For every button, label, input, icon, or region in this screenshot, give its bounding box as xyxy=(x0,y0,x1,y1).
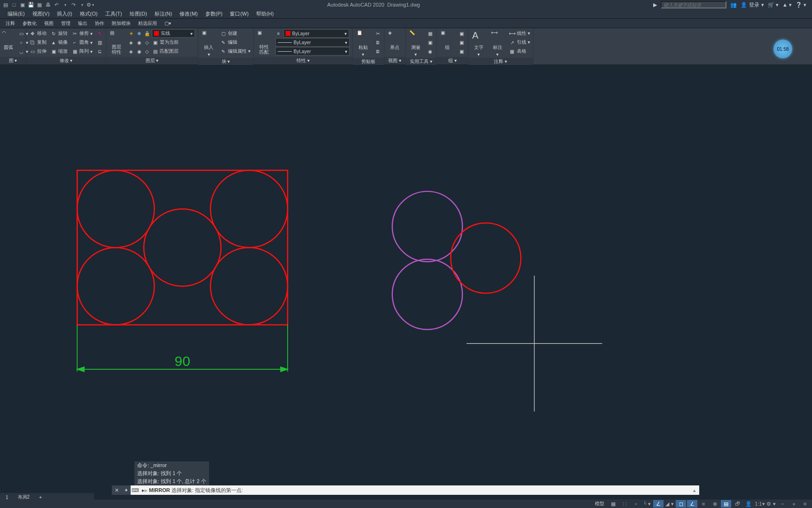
layer-match-button[interactable]: ◈◉◇ ▤匹配图层 xyxy=(127,47,196,56)
menu-insert[interactable]: 插入(I) xyxy=(53,9,76,18)
block-panel-title[interactable]: 块 ▾ xyxy=(198,58,253,65)
offset-button[interactable]: ⊆ xyxy=(95,47,104,56)
tab-view[interactable]: 视图 xyxy=(40,19,57,28)
status-ortho[interactable]: └ ▾ xyxy=(642,500,652,508)
menu-edit[interactable]: 编辑(E) xyxy=(4,9,29,18)
tab-featured[interactable]: 精选应用 xyxy=(134,19,161,28)
help-icon[interactable]: ❔ ▾ xyxy=(796,2,806,8)
insert-button[interactable]: ▣ 插入▾ xyxy=(200,29,217,58)
dim-button[interactable]: ⟷ 标注▾ xyxy=(489,29,506,58)
search-input[interactable] xyxy=(661,1,726,8)
menu-draw[interactable]: 绘图(D) xyxy=(126,9,151,18)
signin-icon[interactable]: 👥 xyxy=(730,2,737,8)
status-scale[interactable]: 1:1▾ xyxy=(755,500,765,508)
signin-button[interactable]: 👤 登录 ▾ xyxy=(741,1,764,8)
open-icon[interactable]: ▣ xyxy=(19,1,26,8)
menu-modify[interactable]: 修改(M) xyxy=(176,9,202,18)
status-trans[interactable]: ▤ xyxy=(721,500,731,508)
layer-bulb-icon[interactable]: ☀ xyxy=(128,30,134,37)
util-panel-title[interactable]: 实用工具 ▾ xyxy=(406,58,437,65)
status-sel[interactable]: 🗗 xyxy=(732,500,742,508)
status-qp[interactable]: 👤 xyxy=(743,500,754,508)
annot-panel-title[interactable]: 注释 ▾ xyxy=(468,58,533,65)
stretch-button[interactable]: ▭拉伸 xyxy=(28,47,47,56)
trim-button[interactable]: ✂修剪 ▾ xyxy=(70,29,94,38)
redo-dropdown[interactable] xyxy=(78,1,86,8)
group-button[interactable]: ▣ 组 xyxy=(439,29,456,52)
status-osnap[interactable]: ◻ xyxy=(676,500,686,508)
fillet-button[interactable]: ⌐圆角 ▾ xyxy=(70,38,94,47)
menu-param[interactable]: 参数(P) xyxy=(202,9,226,18)
tab-output[interactable]: 输出 xyxy=(74,19,91,28)
app-menu-icon[interactable]: ▤ xyxy=(2,1,9,8)
block-attr-button[interactable]: ✎编辑属性 ▾ xyxy=(219,47,251,56)
tab-annotate[interactable]: 注释 xyxy=(2,19,19,28)
save-icon[interactable]: 💾 xyxy=(27,1,35,8)
play-icon[interactable]: ▶ xyxy=(653,2,657,8)
mirror-button[interactable]: ▲镜像 xyxy=(49,38,69,47)
color-dropdown[interactable]: ByLayer▾ xyxy=(283,29,349,38)
group-sel-button[interactable]: ▣ xyxy=(458,47,466,56)
status-zoom-out[interactable]: − xyxy=(777,500,788,508)
table-button[interactable]: ▦表格 xyxy=(508,47,531,56)
menu-window[interactable]: 窗口(W) xyxy=(226,9,252,18)
group-panel-title[interactable]: 组 ▾ xyxy=(437,57,468,64)
status-custom[interactable]: ≡ xyxy=(800,500,810,508)
status-dyn[interactable]: ⊕ xyxy=(710,500,720,508)
cmd-config-button[interactable]: ✦ xyxy=(121,485,131,495)
status-gear[interactable]: ⚙ ▾ xyxy=(766,500,776,508)
copybase-button[interactable]: 🗎 xyxy=(374,47,382,56)
redo-icon[interactable]: ↷ xyxy=(70,1,77,8)
util-1[interactable]: ▦ xyxy=(426,29,435,38)
explode-button[interactable]: ▥ xyxy=(95,38,104,47)
undo-icon[interactable]: ↶ xyxy=(53,1,60,8)
menu-tools[interactable]: 工具(T) xyxy=(102,9,126,18)
text-button[interactable]: A 文字▾ xyxy=(470,29,487,58)
cmd-close-button[interactable]: ✕ xyxy=(112,485,121,495)
cmd-scroll-up[interactable]: ▴ xyxy=(690,487,699,493)
layer-props-button[interactable]: ▤ 图层特性 xyxy=(108,29,125,56)
draw-panel-title[interactable]: 图 ▾ xyxy=(0,57,26,64)
cut-button[interactable]: ✂ xyxy=(374,29,382,38)
status-grid2[interactable]: ⸬ xyxy=(619,500,630,508)
status-polar[interactable]: ∠ xyxy=(653,500,664,508)
ungroup-button[interactable]: ▣ xyxy=(458,29,466,38)
print-icon[interactable]: 🖶 xyxy=(44,1,52,8)
menu-view[interactable]: 视图(V) xyxy=(29,9,54,18)
move-button[interactable]: ✥移动 xyxy=(28,29,47,38)
copy-clip-button[interactable]: 🗎 xyxy=(374,38,382,47)
status-grid[interactable]: ▦ xyxy=(608,500,618,508)
exchange-icon[interactable]: 🛒 ▾ xyxy=(768,2,779,8)
tab-manage[interactable]: 管理 xyxy=(57,19,74,28)
line-button[interactable]: ◠ 圆弧 xyxy=(2,29,15,52)
status-zoom-in[interactable]: ＋ xyxy=(789,500,799,508)
tab-collab[interactable]: 协作 xyxy=(91,19,108,28)
qat-more[interactable]: ⚙ xyxy=(86,1,94,8)
tab-blank[interactable]: ▢▾ xyxy=(161,20,175,27)
menu-help[interactable]: 帮助(H) xyxy=(252,9,277,18)
tab-addins[interactable]: 附加模块 xyxy=(108,19,134,28)
status-model[interactable]: 模型 xyxy=(592,500,607,507)
dim-linear-button[interactable]: ⟷线性 ▾ xyxy=(508,29,531,38)
matchprop-button[interactable]: ▣ 特性匹配 xyxy=(256,29,273,56)
util-3[interactable]: ◉ xyxy=(426,47,435,56)
app-store-icon[interactable]: ▲ ▾ xyxy=(782,2,792,8)
view-panel-title[interactable]: 视图 ▾ xyxy=(384,57,405,64)
lineweight-dropdown[interactable]: ByLayer▾ xyxy=(275,38,350,47)
leader-button[interactable]: ↗引线 ▾ xyxy=(508,38,531,47)
props-panel-title[interactable]: 特性 ▾ xyxy=(254,57,352,64)
layer-lock-icon[interactable]: 🔒 xyxy=(144,30,150,37)
block-edit-button[interactable]: ✎编辑 xyxy=(219,38,251,47)
layer-setcurrent-button[interactable]: ◈◉◇ ▣置为当前 xyxy=(127,38,196,47)
basepoint-button[interactable]: ◈ 基点 xyxy=(386,29,403,52)
block-create-button[interactable]: ▢创建 xyxy=(219,29,251,38)
menu-format[interactable]: 格式(O) xyxy=(76,9,102,18)
erase-button[interactable]: ✎ xyxy=(95,29,104,38)
paste-button[interactable]: 📋 粘贴▾ xyxy=(355,29,372,58)
modify-panel-title[interactable]: 修改 ▾ xyxy=(26,57,106,64)
status-iso[interactable]: ◢ ▾ xyxy=(664,500,675,508)
layer-dropdown[interactable]: 实线 ▾ xyxy=(152,29,195,38)
drawing-canvas[interactable]: 90 xyxy=(0,65,812,491)
status-otrack[interactable]: ∠ xyxy=(687,500,697,508)
command-line[interactable]: ✕ ✦ ⌨ ▸▹ MIRROR 选择对象: 指定镜像线的第一点: ▴ xyxy=(112,485,699,495)
